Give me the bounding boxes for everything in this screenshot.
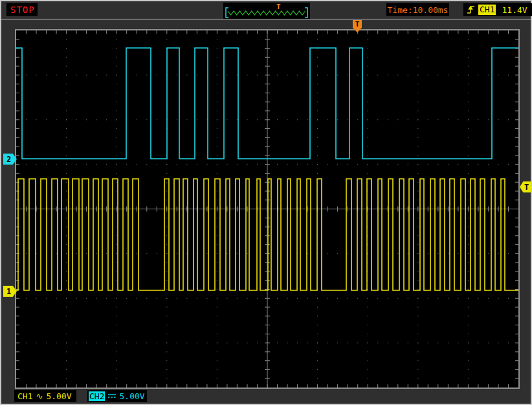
topbar-separator	[1, 19, 531, 19]
timebase-readout[interactable]: Time:10.00ms	[386, 3, 449, 16]
oscilloscope-window: STOP T Time:10.00ms CH1 11.4V 2 1 T T CH…	[0, 0, 532, 405]
preview-trigger-marker: T	[276, 3, 281, 11]
ch2-label: CH2	[89, 391, 105, 401]
trigger-source-badge: CH1	[478, 5, 496, 15]
ch2-position-label: 2	[6, 155, 11, 164]
timebase-label: Time:10.00ms	[388, 5, 449, 15]
trigger-level-marker[interactable]: T	[520, 181, 531, 192]
preview-waveform-icon	[223, 3, 310, 19]
run-state-label: STOP	[10, 5, 35, 15]
run-state-button[interactable]: STOP	[6, 3, 38, 16]
ch2-info-box[interactable]: CH2 5.00V	[87, 390, 147, 402]
ch1-position-label: 1	[6, 287, 11, 296]
trigger-info[interactable]: CH1 11.4V	[463, 3, 532, 16]
rising-edge-trigger-icon	[467, 5, 475, 15]
graticule-screen	[15, 29, 520, 389]
trigger-position-label: T	[355, 20, 360, 29]
trigger-level-readout: 11.4V	[502, 5, 527, 15]
ch1-label: CH1	[17, 391, 32, 401]
trigger-level-label: T	[524, 183, 529, 192]
dc-coupling-icon	[107, 392, 116, 400]
ch1-scale: 5.00V	[46, 391, 71, 401]
ch1-info-box[interactable]: CH1 ∿ 5.00V	[14, 390, 76, 402]
ch2-scale: 5.00V	[119, 391, 144, 401]
waveform-display	[16, 30, 518, 388]
ac-coupling-icon: ∿	[36, 391, 43, 401]
record-preview-window[interactable]: T	[223, 3, 310, 19]
